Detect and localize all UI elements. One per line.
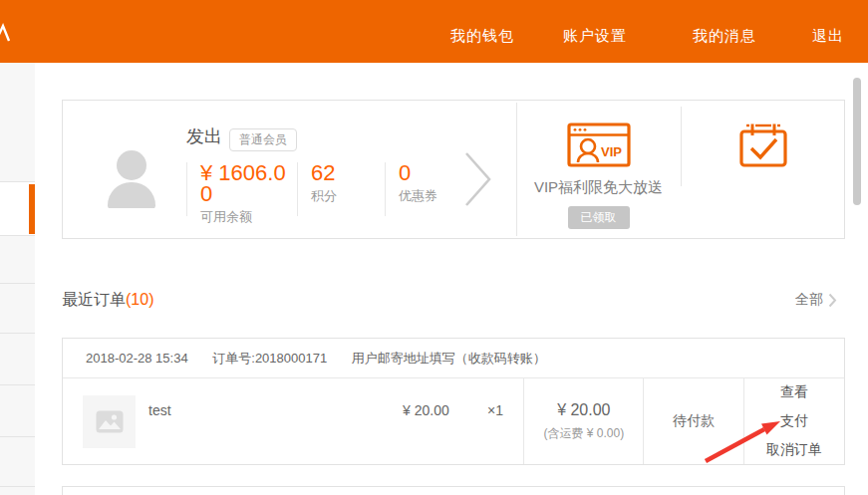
sidebar-item[interactable] xyxy=(0,63,35,182)
pay-order-link[interactable]: 支付 xyxy=(780,412,808,430)
avatar[interactable] xyxy=(104,150,159,208)
shipping-fee-note: (含运费 ¥ 0.00) xyxy=(543,425,624,442)
view-order-link[interactable]: 查看 xyxy=(780,383,808,401)
nav-my-wallet[interactable]: 我的钱包 xyxy=(450,27,514,46)
sidebar-item[interactable] xyxy=(0,385,35,437)
sidebar-item[interactable] xyxy=(0,487,35,495)
order-product-cell: test ¥ 20.00 ×1 xyxy=(63,378,523,464)
order-note: 用户邮寄地址填写（收款码转账） xyxy=(352,351,546,366)
top-nav-bar: 我的钱包 账户设置 我的消息 退出 xyxy=(0,0,868,63)
sidebar-item-active[interactable] xyxy=(0,182,35,236)
active-item-indicator xyxy=(29,184,35,234)
sidebar-nav xyxy=(0,63,35,495)
recent-orders-title: 最近订单(10) xyxy=(62,290,153,311)
avatar-body-shape xyxy=(108,182,155,208)
svg-text:VIP: VIP xyxy=(601,144,622,159)
order-row: test ¥ 20.00 ×1 ¥ 20.00 (含运费 ¥ 0.00) 待付款… xyxy=(63,378,844,464)
sidebar-item[interactable] xyxy=(0,334,35,385)
product-name[interactable]: test xyxy=(148,402,171,418)
order-number: 订单号:2018000171 xyxy=(212,351,327,366)
balance-label: 可用余额 xyxy=(200,208,297,226)
order-time: 2018-02-28 15:34 xyxy=(86,351,188,366)
account-stats: ¥ 1606.00 可用余额 62 积分 0 优惠券 xyxy=(186,162,476,216)
sidebar-item[interactable] xyxy=(0,236,35,284)
scrollbar-thumb[interactable] xyxy=(853,78,861,205)
logo-fragment-icon xyxy=(0,23,13,43)
member-level-badge: 普通会员 xyxy=(229,128,297,151)
checkin-calendar-block[interactable] xyxy=(681,101,846,238)
recent-orders-count: (10) xyxy=(126,291,153,308)
sidebar-item[interactable] xyxy=(0,284,35,334)
order-actions-cell: 查看 支付 取消订单 xyxy=(743,378,844,464)
order-total-cell: ¥ 20.00 (含运费 ¥ 0.00) xyxy=(523,378,643,464)
recent-orders-label: 最近订单 xyxy=(62,291,126,308)
image-placeholder-icon xyxy=(96,410,124,433)
balance-value: ¥ 1606.00 xyxy=(200,162,290,204)
vip-claimed-badge[interactable]: 已领取 xyxy=(568,206,630,229)
product-thumbnail[interactable] xyxy=(83,395,136,448)
vip-browser-window-icon: VIP xyxy=(567,123,631,167)
calendar-check-icon xyxy=(739,123,787,167)
avatar-head-shape xyxy=(117,150,146,180)
chevron-right-icon[interactable] xyxy=(463,150,493,208)
order-card: 2018-02-28 15:34 订单号:2018000171 用户邮寄地址填写… xyxy=(62,338,845,465)
cancel-order-link[interactable]: 取消订单 xyxy=(766,441,822,459)
order-status-cell: 待付款 xyxy=(643,378,743,464)
order-status: 待付款 xyxy=(673,412,715,430)
stat-balance[interactable]: ¥ 1606.00 可用余额 xyxy=(186,162,297,216)
username: 发出 xyxy=(186,124,222,148)
points-value: 62 xyxy=(311,162,385,183)
sidebar-item[interactable] xyxy=(0,437,35,487)
product-quantity: ×1 xyxy=(487,402,503,418)
points-label: 积分 xyxy=(311,187,385,205)
next-order-card-partial xyxy=(62,486,845,495)
order-total-amount: ¥ 20.00 xyxy=(557,401,610,419)
view-all-label: 全部 xyxy=(795,291,823,309)
vip-promo-block[interactable]: VIP VIP福利限免大放送 已领取 xyxy=(516,101,681,238)
stat-points[interactable]: 62 积分 xyxy=(297,162,385,216)
profile-card: 发出 普通会员 ¥ 1606.00 可用余额 62 积分 0 优惠券 VIP xyxy=(62,100,845,239)
nav-account-settings[interactable]: 账户设置 xyxy=(563,27,627,46)
order-header: 2018-02-28 15:34 订单号:2018000171 用户邮寄地址填写… xyxy=(63,339,844,378)
product-unit-price: ¥ 20.00 xyxy=(403,402,449,418)
view-all-link[interactable]: 全部 xyxy=(795,291,837,309)
nav-my-messages[interactable]: 我的消息 xyxy=(693,27,756,46)
nav-logout[interactable]: 退出 xyxy=(812,27,844,46)
chevron-right-icon xyxy=(828,293,837,308)
vip-promo-title: VIP福利限免大放送 xyxy=(516,178,681,197)
